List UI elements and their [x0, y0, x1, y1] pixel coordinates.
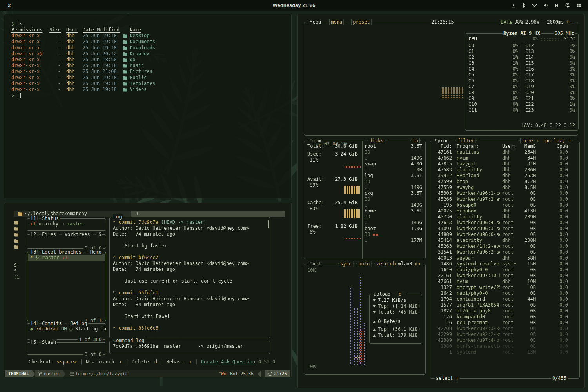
branch-row-selected[interactable]: * master ↓1 [28, 254, 105, 261]
mem-box-title[interactable]: *mem [309, 138, 322, 144]
process-row[interactable]: 1380 btrfs-transactio root 0B 0.0 [432, 343, 568, 349]
folder-icon[interactable] [14, 238, 25, 244]
commit-entry[interactable]: * commit 7dc9d7a (HEAD -> master) Author… [113, 220, 266, 255]
iface-next[interactable]: n→ [415, 261, 420, 267]
process-row[interactable]: 47599 btop dhh 8.2M 0.0 [432, 179, 568, 185]
process-row[interactable]: 42389 kworker/u97:4-bt root 0B 0.0 [432, 338, 568, 343]
panel-commits[interactable]: [4]─Commits ─ Reflog ◆ 7dc9d7ad DH ○ Sta… [27, 323, 106, 340]
folder-icon[interactable] [14, 226, 25, 232]
interval-buttons[interactable]: +- [566, 19, 572, 25]
bluetooth-icon[interactable] [522, 3, 525, 8]
download-icon[interactable] [511, 3, 516, 8]
process-row[interactable]: 47815 lazygit dhh 31M 0.0 [432, 161, 568, 167]
panel-title[interactable]: [2]─Files ─ Worktrees ─ S [30, 232, 102, 238]
process-row[interactable]: 195 kswapd0 root 0B 0.0 [432, 202, 568, 208]
net-box-title[interactable]: *net [309, 261, 322, 267]
volume-icon[interactable] [544, 3, 549, 7]
header-memb[interactable]: MemB [520, 143, 536, 149]
process-row[interactable]: 1 systemd root 13M 0.0 [432, 349, 568, 355]
scrollbar-thumb[interactable] [268, 220, 269, 228]
zero-button[interactable]: zero [373, 261, 391, 267]
apps-grid-icon[interactable] [577, 3, 581, 7]
panel-status[interactable]: [1]─Status ↓1 omarchy → master [27, 218, 106, 231]
process-row[interactable]: 39912 Hyprland dhh 253M 0.0 [432, 173, 568, 179]
process-row[interactable]: 47661 nvim dhh 10M 0.0 [432, 279, 568, 285]
text-cursor[interactable] [18, 93, 21, 98]
panel-title[interactable]: Command log [113, 338, 145, 344]
sort-selector[interactable]: ← cpu lazy → [534, 138, 574, 144]
folder-icon[interactable] [14, 220, 25, 226]
select-button[interactable]: select ↓ [435, 376, 460, 381]
topbar-clock[interactable]: Wednesday 21:26 [273, 0, 316, 11]
panel-title[interactable]: [4]─Commits ─ Reflog [30, 321, 88, 327]
panel-log[interactable]: Log * commit 7dc9d7a (HEAD -> master) Au… [109, 217, 270, 338]
process-row[interactable]: 1486 systemd-resolve syst+ 15M 0.0 [432, 261, 568, 267]
process-row[interactable]: 1640 napi/phy0-0 root 0B 0.0 [432, 267, 568, 273]
wifi-icon[interactable] [532, 3, 537, 7]
process-row[interactable]: 47613 kworker/u96:4-sd root 0B 0.0 [432, 220, 568, 226]
net-detail-button[interactable]: d [396, 291, 405, 297]
process-row[interactable]: 1642 napi/phy0-0 root 0B 0.0 [432, 290, 568, 296]
interface-switcher[interactable]: ←b wlan0 n→ [389, 261, 421, 267]
cpu-box-title[interactable]: *cpu [309, 19, 322, 25]
donate-link[interactable]: Donate [201, 359, 218, 365]
process-row[interactable]: 40075 dropbox dhh 413M 0.0 [432, 208, 568, 214]
process-row[interactable]: 22161 kworker/u97:10-k root 0B 0.0 [432, 273, 568, 279]
folder-icon[interactable] [14, 232, 25, 238]
process-row[interactable]: 40013 waybar dhh 58M 0.0 [432, 255, 568, 261]
panel-files[interactable]: [2]─Files ─ Worktrees ─ S 0 of 0 [27, 234, 106, 249]
process-row[interactable]: 42299 kworker/u92:2-kv root 0B 0.0 [432, 332, 568, 338]
iface-prev[interactable]: ←b [390, 261, 396, 267]
media-prev-icon[interactable] [555, 4, 559, 7]
panel-title[interactable]: [5]─Stash [30, 339, 57, 345]
commit-entry[interactable]: * commit bf64cc7 Author: David Heinemeie… [113, 255, 266, 290]
process-row[interactable]: 43091 kworker/u96:3-sd root 0B 0.0 [432, 226, 568, 232]
sync-button[interactable]: sync [337, 261, 355, 267]
panel-local-branches[interactable]: [3]─Local branches ─ Remo * master ↓1 1 … [27, 252, 106, 321]
panel-command-log[interactable]: Command log 7dc9d7a..b3691be master -> o… [109, 341, 270, 354]
program: dropbox [457, 208, 500, 214]
tab-1[interactable]: 1 [131, 211, 285, 217]
account-icon[interactable] [565, 3, 570, 8]
process-row[interactable]: 45730 alacritty dhh 209M 0.0 [432, 214, 568, 220]
filter-button[interactable]: filter [454, 138, 478, 144]
process-row[interactable]: 45266 kworker/u97:2+ev root 0B 0.0 [432, 196, 568, 202]
prompt-line-input[interactable]: ❯ [11, 93, 287, 98]
header-cpu[interactable]: Cpu% [555, 143, 568, 149]
proc-box-title[interactable]: *proc [434, 138, 450, 144]
pid: 45305 [432, 191, 452, 196]
process-row[interactable]: 176 kcompactd0 root 0B 0.0 [432, 314, 568, 320]
process-row[interactable]: 1327 dmcrypt_write/25 root 0B 0.0 [432, 285, 568, 290]
ask-question-link[interactable]: Ask Question [221, 359, 255, 365]
process-row[interactable]: 16 rcu_preempt root 0B 0.0 [432, 320, 568, 326]
io-toggle[interactable]: io [409, 138, 421, 144]
panel-title[interactable]: [1]─Status [30, 216, 60, 221]
commit-entry[interactable]: * commit 83fc6c6 [113, 325, 266, 336]
commit-entry[interactable]: * commit 56fdfc1 Author: David Heinemeie… [113, 290, 266, 325]
process-row[interactable]: 44889 kworker/u96:0-sd root 0B 0.0 [432, 232, 568, 238]
process-row[interactable]: 47583 alacritty dhh 206M 0.0 [432, 167, 568, 173]
process-row[interactable]: 1827 mt76-tx phy0 root 0B 0.0 [432, 308, 568, 314]
process-row[interactable]: 45414 alacritty dhh 208M 0.0 [432, 238, 568, 243]
process-row[interactable]: 45305 kworker/u96:1-co root 0B 0.0 [432, 191, 568, 196]
process-row[interactable]: 1794 containerd root 44M 0.0 [432, 296, 568, 302]
process-row[interactable]: 47559 swaybg dhh 8.5M 0.0 [432, 185, 568, 191]
disks-toggle[interactable]: disks [366, 138, 387, 144]
workspace-indicator[interactable]: 2 [8, 2, 11, 8]
panel-title[interactable]: [3]─Local branches ─ Remo [30, 249, 102, 255]
process-row[interactable]: 42208 kworker/u97:3-kc root 0B 0.0 [432, 326, 568, 332]
process-row[interactable]: 47662 nvim dhh 34M 0.0 [432, 155, 568, 161]
folder-icon[interactable] [14, 244, 25, 250]
process-row[interactable]: 45263 kworker/14:2-eve root 0B 0.0 [432, 243, 568, 249]
process-row[interactable]: 31541 kworker/u96:2-sd root 0B 0.0 [432, 249, 568, 255]
header-program[interactable]: Program: [457, 143, 500, 149]
panel-title[interactable]: Log [113, 214, 123, 220]
menu-button[interactable]: menu [328, 19, 345, 25]
preset-button[interactable]: preset [350, 19, 373, 25]
process-row[interactable]: 1577 irq/81-PIXA3854: root 0B 0.0 [432, 302, 568, 308]
process-row[interactable]: 47161 nautilus dhh 264M 0.0 [432, 149, 568, 155]
header-user[interactable]: User: [502, 143, 520, 149]
header-pid[interactable]: Pid: [432, 143, 452, 149]
panel-stash[interactable]: [5]─Stash 0 of 0 [27, 342, 106, 355]
auto-button[interactable]: auto [355, 261, 373, 267]
